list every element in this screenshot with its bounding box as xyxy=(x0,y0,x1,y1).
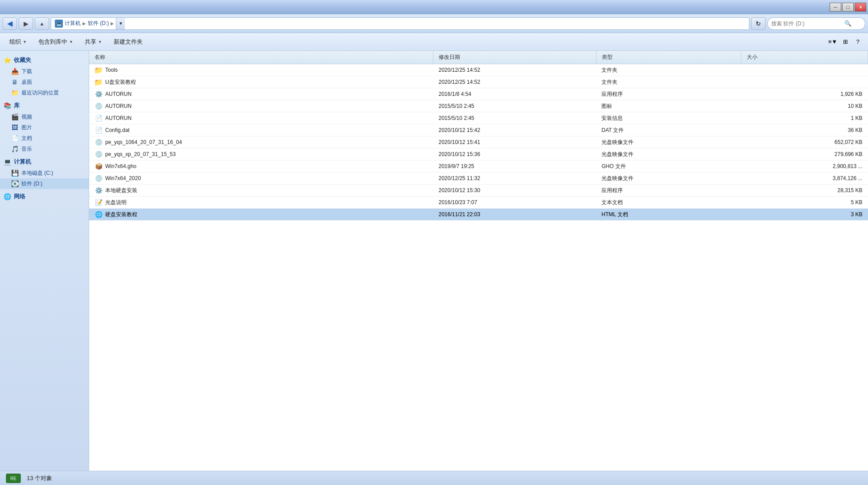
table-row[interactable]: 📄 Config.dat 2020/10/12 15:42 DAT 文件 36 … xyxy=(89,124,868,136)
address-bar: ◀ ▶ ▲ 💻 计算机 ▶ 软件 (D:) ▶ ▼ ↻ 🔍 xyxy=(0,14,868,33)
sidebar-item-picture[interactable]: 🖼图片 xyxy=(0,122,89,133)
computer-icon: 💻 xyxy=(4,158,11,165)
sidebar-header-network[interactable]: 🌐网络 xyxy=(0,191,89,202)
organize-button[interactable]: 组织 ▼ xyxy=(4,36,32,48)
file-date: 2020/12/25 14:52 xyxy=(433,64,596,76)
table-row[interactable]: 📄 AUTORUN 2015/5/10 2:45 安装信息 1 KB xyxy=(89,112,868,124)
search-input[interactable] xyxy=(771,21,843,27)
maximize-button[interactable]: □ xyxy=(842,3,854,12)
drive_d-icon: 💽 xyxy=(11,180,19,188)
file-name-text: pe_yqs_xp_20_07_31_15_53 xyxy=(105,151,176,157)
music-icon: 🎵 xyxy=(11,145,19,153)
sidebar-item-desktop[interactable]: 🖥桌面 xyxy=(0,77,89,87)
file-name-text: 光盘说明 xyxy=(105,199,127,206)
minimize-button[interactable]: ─ xyxy=(830,3,841,12)
file-name: 📁 Tools xyxy=(89,64,433,76)
file-name-text: pe_yqs_1064_20_07_31_16_04 xyxy=(105,139,182,145)
col-header-date[interactable]: 修改日期 xyxy=(433,51,596,64)
search-icon[interactable]: 🔍 xyxy=(844,20,852,27)
picture-label: 图片 xyxy=(21,124,32,132)
table-row[interactable]: 📦 Win7x64.gho 2019/9/7 19:25 GHO 文件 2,90… xyxy=(89,160,868,173)
col-header-name[interactable]: 名称 xyxy=(89,51,433,64)
new-folder-button[interactable]: 新建文件夹 xyxy=(109,36,148,48)
file-name: 🌐 硬盘安装教程 xyxy=(89,209,433,221)
share-button[interactable]: 共享 ▼ xyxy=(80,36,107,48)
table-row[interactable]: 💿 Win7x64_2020 2020/12/25 11:32 光盘映像文件 3… xyxy=(89,173,868,185)
file-date: 2019/9/7 19:25 xyxy=(433,160,596,173)
status-icon: RE xyxy=(5,472,21,485)
file-name-text: Win7x64.gho xyxy=(105,163,136,169)
file-date: 2020/12/25 14:52 xyxy=(433,76,596,88)
file-icon-13: 🌐 xyxy=(95,210,103,218)
refresh-button[interactable]: ↻ xyxy=(751,17,765,30)
sidebar-item-recent[interactable]: 📁最近访问的位置 xyxy=(0,87,89,98)
file-name: 💿 pe_yqs_1064_20_07_31_16_04 xyxy=(89,136,433,148)
breadcrumb-sep2: ▶ xyxy=(111,21,114,26)
close-button[interactable]: ✕ xyxy=(855,3,866,12)
file-type: 图标 xyxy=(596,100,741,112)
main-area: ⭐收藏夹📥下载🖥桌面📁最近访问的位置📚库🎬视频🖼图片📄文档🎵音乐💻计算机💾本地磁… xyxy=(0,51,868,471)
file-type: 文件夹 xyxy=(596,64,741,76)
file-icon-12: 📝 xyxy=(95,198,103,206)
include-library-label: 包含到库中 xyxy=(38,38,67,46)
breadcrumb-sep1: ▶ xyxy=(82,21,86,26)
table-row[interactable]: 📁 Tools 2020/12/25 14:52 文件夹 xyxy=(89,64,868,76)
drive_d-label: 软件 (D:) xyxy=(21,180,42,188)
file-name-text: U盘安装教程 xyxy=(105,78,136,86)
table-row[interactable]: 💿 pe_yqs_1064_20_07_31_16_04 2020/10/12 … xyxy=(89,136,868,148)
library-label: 库 xyxy=(14,102,20,110)
sidebar-header-computer[interactable]: 💻计算机 xyxy=(0,156,89,168)
table-row[interactable]: ⚙️ 本地硬盘安装 2020/10/12 15:30 应用程序 28,315 K… xyxy=(89,185,868,197)
table-row[interactable]: 💿 AUTORUN 2015/5/10 2:45 图标 10 KB xyxy=(89,100,868,112)
file-name: 💿 AUTORUN xyxy=(89,100,433,112)
favorites-label: 收藏夹 xyxy=(14,56,31,64)
file-icon-4: 💿 xyxy=(95,102,103,110)
file-name: 📄 Config.dat xyxy=(89,124,433,136)
file-size: 1,926 KB xyxy=(741,88,868,100)
sidebar-item-download[interactable]: 📥下载 xyxy=(0,66,89,77)
forward-button[interactable]: ▶ xyxy=(19,17,33,30)
file-name: ⚙️ 本地硬盘安装 xyxy=(89,185,433,197)
file-size: 10 KB xyxy=(741,100,868,112)
preview-pane-button[interactable]: ⊞ xyxy=(839,36,851,48)
file-size xyxy=(741,64,868,76)
sidebar-item-video[interactable]: 🎬视频 xyxy=(0,111,89,122)
file-size: 3,874,126 ... xyxy=(741,173,868,185)
document-label: 文档 xyxy=(21,135,32,142)
sidebar-item-document[interactable]: 📄文档 xyxy=(0,133,89,144)
breadcrumb-drive[interactable]: 软件 (D:) xyxy=(88,20,109,27)
download-label: 下载 xyxy=(21,68,32,75)
video-icon: 🎬 xyxy=(11,113,19,121)
file-type: DAT 文件 xyxy=(596,124,741,136)
table-row[interactable]: 📝 光盘说明 2016/10/23 7:07 文本文档 5 KB xyxy=(89,197,868,209)
help-button[interactable]: ? xyxy=(852,36,864,48)
view-toggle-button[interactable]: ≡▼ xyxy=(827,36,839,48)
back-button[interactable]: ◀ xyxy=(3,17,17,30)
breadcrumb-computer[interactable]: 计算机 xyxy=(65,20,81,27)
table-row[interactable]: 💿 pe_yqs_xp_20_07_31_15_53 2020/10/12 15… xyxy=(89,148,868,160)
file-size: 3 KB xyxy=(741,209,868,221)
file-icon-2: 📁 xyxy=(95,78,103,86)
sidebar-header-favorites[interactable]: ⭐收藏夹 xyxy=(0,54,89,66)
favorites-icon: ⭐ xyxy=(4,57,11,64)
file-name-text: Config.dat xyxy=(105,127,130,133)
sidebar-header-library[interactable]: 📚库 xyxy=(0,100,89,111)
computer-label: 计算机 xyxy=(14,158,31,166)
file-icon-9: 📦 xyxy=(95,162,103,170)
network-icon: 🌐 xyxy=(4,193,11,200)
col-header-type[interactable]: 类型 xyxy=(596,51,741,64)
sidebar-item-drive_c[interactable]: 💾本地磁盘 (C:) xyxy=(0,168,89,178)
include-library-button[interactable]: 包含到库中 ▼ xyxy=(33,36,78,48)
col-header-size[interactable]: 大小 xyxy=(741,51,868,64)
sidebar-item-music[interactable]: 🎵音乐 xyxy=(0,144,89,154)
table-row[interactable]: ⚙️ AUTORUN 2016/1/8 4:54 应用程序 1,926 KB xyxy=(89,88,868,100)
file-area: 名称 修改日期 类型 大小 📁 Tools 2020/12/25 14:52 文… xyxy=(89,51,868,471)
sidebar-item-drive_d[interactable]: 💽软件 (D:) xyxy=(0,178,89,189)
table-row[interactable]: 🌐 硬盘安装教程 2016/11/21 22:03 HTML 文档 3 KB xyxy=(89,209,868,221)
up-button[interactable]: ▲ xyxy=(35,17,49,30)
table-row[interactable]: 📁 U盘安装教程 2020/12/25 14:52 文件夹 xyxy=(89,76,868,88)
breadcrumb-dropdown[interactable]: ▼ xyxy=(116,18,125,29)
breadcrumb: 💻 计算机 ▶ 软件 (D:) ▶ ▼ xyxy=(51,17,749,30)
file-icon-11: ⚙️ xyxy=(95,186,103,194)
file-date: 2020/10/12 15:30 xyxy=(433,185,596,197)
